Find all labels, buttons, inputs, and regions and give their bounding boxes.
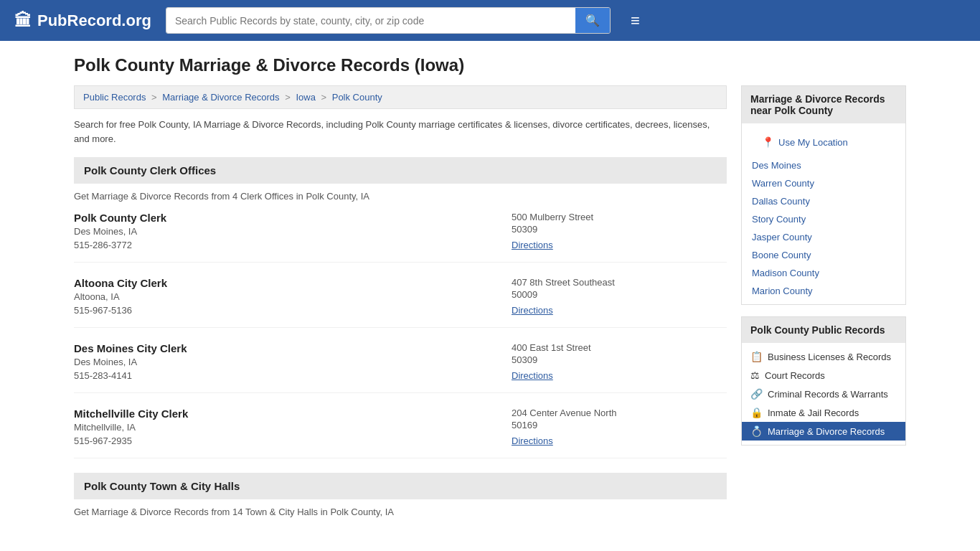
public-link-2[interactable]: Criminal Records & Warrants [768,389,888,400]
sidebar-nearby-boone[interactable]: Boone County [742,246,905,264]
nearby-link-0[interactable]: Des Moines [752,160,801,171]
clerk-name-2: Des Moines City Clerk [74,342,497,354]
site-logo[interactable]: 🏛 PubRecord.org [14,11,151,31]
clerk-right-3: 204 Center Avenue North 50169 Directions [512,408,727,446]
clerk-zip-2: 50309 [512,354,727,365]
breadcrumb-sep3: > [321,92,329,103]
clerk-address-2: Des Moines, IA [74,357,497,367]
clerk-right-0: 500 Mulberry Street 50309 Directions [512,212,727,250]
search-input[interactable] [166,8,575,33]
clerk-zip-0: 50309 [512,224,727,235]
clerk-name-1: Altoona City Clerk [74,277,497,289]
nearby-link-2[interactable]: Dallas County [752,196,810,207]
town-section-desc: Get Marriage & Divorce Records from 14 T… [74,507,727,517]
sidebar: Marriage & Divorce Records near Polk Cou… [741,85,906,527]
lock-icon: 🔒 [750,407,763,418]
directions-link-3[interactable]: Directions [512,435,553,446]
main-content: Public Records > Marriage & Divorce Reco… [74,85,727,527]
clerk-phone-3: 515-967-2935 [74,435,497,446]
clerk-left-2: Des Moines City Clerk Des Moines, IA 515… [74,342,512,381]
nearby-link-4[interactable]: Jasper County [752,232,812,242]
breadcrumb-marriage-divorce[interactable]: Marriage & Divorce Records [162,92,279,103]
search-icon: 🔍 [585,14,600,27]
page-container: Polk County Marriage & Divorce Records (… [60,41,920,542]
sidebar-nearby-header: Marriage & Divorce Records near Polk Cou… [742,86,905,123]
public-link-4[interactable]: Marriage & Divorce Records [768,426,885,437]
sidebar-business-licenses[interactable]: 📋 Business Licenses & Records [742,347,905,366]
nearby-link-1[interactable]: Warren County [752,178,814,189]
clerk-section-header: Polk County Clerk Offices [74,157,727,184]
sidebar-nearby-story[interactable]: Story County [742,210,905,228]
sidebar-inmate-records[interactable]: 🔒 Inmate & Jail Records [742,403,905,422]
link-icon: 🔗 [750,388,763,400]
clerk-name-3: Mitchellville City Clerk [74,408,497,420]
sidebar-nearby-section: Marriage & Divorce Records near Polk Cou… [741,85,906,305]
breadcrumb-sep2: > [285,92,293,103]
sidebar-public-records-section: Polk County Public Records 📋 Business Li… [741,316,906,446]
clerk-phone-1: 515-967-5136 [74,305,497,316]
directions-link-2[interactable]: Directions [512,370,553,381]
nearby-link-7[interactable]: Marion County [752,286,813,296]
sidebar-nearby-warren[interactable]: Warren County [742,174,905,192]
nearby-link-6[interactable]: Madison County [752,268,819,278]
sidebar-nearby-marion[interactable]: Marion County [742,282,905,300]
clerk-entry-3: Mitchellville City Clerk Mitchellville, … [74,408,727,458]
clerk-entry-1: Altoona City Clerk Altoona, IA 515-967-5… [74,277,727,328]
menu-button[interactable]: ≡ [625,9,646,33]
site-header: 🏛 PubRecord.org 🔍 ≡ [0,0,980,41]
clerk-address-0: Des Moines, IA [74,226,497,237]
logo-icon: 🏛 [14,11,32,31]
clerk-entry-2: Des Moines City Clerk Des Moines, IA 515… [74,342,727,393]
search-button[interactable]: 🔍 [575,8,610,33]
sidebar-nearby-des-moines[interactable]: Des Moines [742,156,905,174]
clerk-section-desc: Get Marriage & Divorce Records from 4 Cl… [74,191,727,202]
nearby-link-5[interactable]: Boone County [752,250,811,260]
sidebar-marriage-records[interactable]: 💍 Marriage & Divorce Records [742,422,905,441]
location-icon: 📍 [762,136,774,148]
logo-text: PubRecord.org [37,11,151,30]
scales-icon: ⚖ [750,369,760,381]
clerk-right-2: 400 East 1st Street 50309 Directions [512,342,727,381]
clerk-zip-1: 50009 [512,289,727,300]
clerk-street-0: 500 Mulberry Street [512,212,727,222]
public-link-3[interactable]: Inmate & Jail Records [768,408,859,418]
sidebar-nearby-dallas[interactable]: Dallas County [742,192,905,210]
clerk-street-1: 407 8th Street Southeast [512,277,727,288]
breadcrumb-polk-county[interactable]: Polk County [332,92,382,103]
search-bar: 🔍 [166,7,611,34]
sidebar-nearby-list: 📍 Use My Location Des Moines Warren Coun… [742,123,905,304]
use-location-link[interactable]: Use My Location [778,137,848,148]
clerk-address-3: Mitchellville, IA [74,422,497,433]
sidebar-public-list: 📋 Business Licenses & Records ⚖ Court Re… [742,343,905,445]
sidebar-nearby-jasper[interactable]: Jasper County [742,228,905,246]
directions-link-1[interactable]: Directions [512,305,553,316]
ring-icon: 💍 [750,425,763,437]
sidebar-public-records-header: Polk County Public Records [742,317,905,343]
nearby-link-3[interactable]: Story County [752,214,806,225]
sidebar-criminal-records[interactable]: 🔗 Criminal Records & Warrants [742,385,905,403]
clerk-right-1: 407 8th Street Southeast 50009 Direction… [512,277,727,316]
directions-link-0[interactable]: Directions [512,240,553,250]
clerk-left-3: Mitchellville City Clerk Mitchellville, … [74,408,512,446]
town-section-header: Polk County Town & City Halls [74,473,727,499]
clerk-phone-2: 515-283-4141 [74,370,497,381]
clerk-street-3: 204 Center Avenue North [512,408,727,418]
public-link-1[interactable]: Court Records [765,370,825,381]
briefcase-icon: 📋 [750,351,763,362]
breadcrumb-iowa[interactable]: Iowa [296,92,315,103]
clerk-phone-0: 515-286-3772 [74,240,497,250]
sidebar-use-location[interactable]: 📍 Use My Location [742,128,905,156]
public-link-0[interactable]: Business Licenses & Records [768,352,891,362]
intro-text: Search for free Polk County, IA Marriage… [74,118,727,146]
breadcrumb: Public Records > Marriage & Divorce Reco… [74,85,727,109]
clerk-entry-0: Polk County Clerk Des Moines, IA 515-286… [74,212,727,263]
clerk-name-0: Polk County Clerk [74,212,497,224]
sidebar-court-records[interactable]: ⚖ Court Records [742,366,905,385]
clerk-address-1: Altoona, IA [74,291,497,302]
breadcrumb-public-records[interactable]: Public Records [83,92,146,103]
page-title: Polk County Marriage & Divorce Records (… [74,55,906,75]
content-layout: Public Records > Marriage & Divorce Reco… [74,85,906,527]
sidebar-nearby-madison[interactable]: Madison County [742,264,905,282]
clerk-left-0: Polk County Clerk Des Moines, IA 515-286… [74,212,512,250]
clerk-left-1: Altoona City Clerk Altoona, IA 515-967-5… [74,277,512,316]
